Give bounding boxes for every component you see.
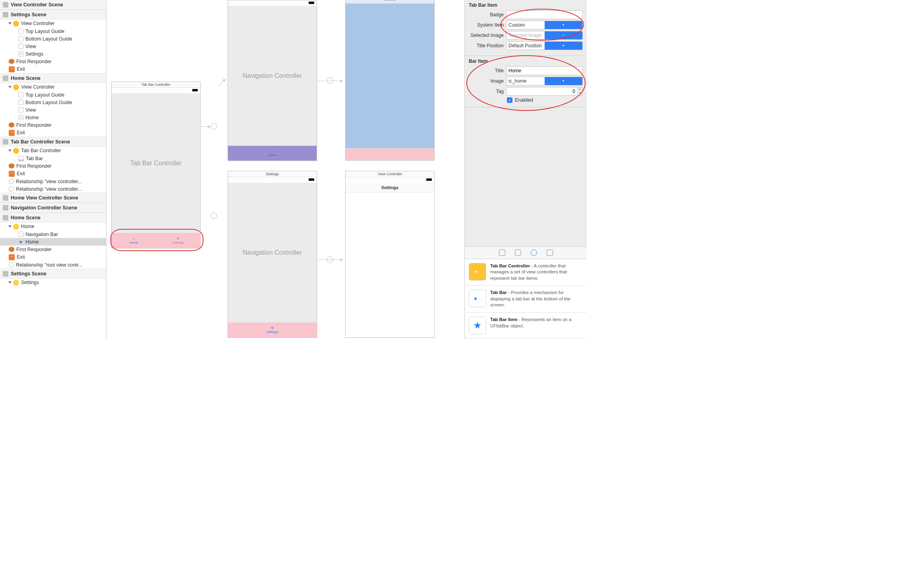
code-snippet-tab-icon[interactable] [515,250,521,256]
scene-navigation-controller[interactable]: Navigation Controller Scene [0,203,106,213]
scene-home-2[interactable]: Home Scene [0,213,106,223]
scene-phone-home-vc[interactable]: Home [345,0,435,161]
tab-home[interactable]: ⌂Home [228,146,317,161]
tab-settings[interactable]: ⚙Settings [156,233,201,248]
outline-view[interactable]: View [0,106,106,114]
media-library-tab-icon[interactable] [547,250,553,256]
star-icon: ★ [18,239,23,244]
enabled-checkbox[interactable]: ✓ [507,97,512,103]
outline-tab-bar-controller[interactable]: Tab Bar Controller [0,147,106,155]
row-label: Bottom Layout Guide [25,100,72,105]
scene-phone-nav2[interactable]: Settings Navigation Controller ⚙Settings [228,171,317,338]
document-outline[interactable]: View Controller Scene Settings Scene Vie… [0,0,106,339]
title-input[interactable] [506,66,583,75]
phone-center-label: Navigation Controller [228,6,317,145]
scene-phone-nav1[interactable]: Navigation Controller ⌂Home [228,0,317,161]
scene-phone-tabbar[interactable]: Tab Bar Controller Tab Bar Controller ⌂H… [111,81,201,248]
gear-icon: ⚙ [271,326,274,330]
library-tabs[interactable] [465,246,587,259]
outline-exit[interactable]: Exit [0,253,106,261]
phone-tabbar[interactable]: ⌂Home ⚙Settings [112,233,200,248]
outline-view-controller[interactable]: View Controller [0,83,106,91]
outline-settings-nav[interactable]: Settings [0,279,106,286]
outline-navigation-bar[interactable]: Navigation Bar [0,230,106,238]
tag-input[interactable] [506,87,578,96]
outline-first-responder[interactable]: First Responder [0,58,106,65]
inspector-section-baritem: Bar Item Title Image ic_home▾ Tag ▲▼ ✓ E… [465,56,587,107]
scene-tab-bar-controller[interactable]: Tab Bar Controller Scene [0,137,106,147]
outline-view[interactable]: View [0,43,106,50]
scene-settings[interactable]: Settings Scene [0,10,106,19]
disclosure-triangle-icon[interactable] [8,86,12,88]
view-icon [18,107,23,112]
segue-connector[interactable] [211,213,217,219]
layout-guide-icon [18,29,23,34]
segue-connector[interactable] [211,123,217,130]
outline-home-nav[interactable]: Home [0,223,106,230]
segue-icon [9,262,14,267]
outline-first-responder[interactable]: First Responder [0,162,106,170]
disclosure-triangle-icon[interactable] [8,225,12,228]
library-item-tab-bar[interactable]: ★ ··· Tab Bar - Provides a mechanism for… [465,286,587,313]
image-select[interactable]: ic_home▾ [506,77,583,85]
exit-icon [9,171,15,177]
outline-first-responder[interactable]: First Responder [0,121,106,129]
tab-home[interactable]: ⌂Home [112,233,156,248]
storyboard-canvas[interactable]: Tab Bar Controller Tab Bar Controller ⌂H… [106,0,464,339]
outline-home-item[interactable]: ‹Home [0,114,106,121]
outline-relationship[interactable]: Relationship "view controller... [0,185,106,193]
scene-settings-2[interactable]: Settings Scene [0,269,106,279]
scene-home[interactable]: Home Scene [0,73,106,83]
scene-label: Settings Scene [11,12,46,17]
outline-first-responder[interactable]: First Responder [0,246,106,253]
outline-relationship[interactable]: Relationship "root view contr... [0,261,106,269]
first-responder-icon [9,163,14,169]
row-label: View [25,44,36,49]
outline-settings-item[interactable]: ‹Settings [0,50,106,58]
scene-label: Navigation Controller Scene [11,205,77,211]
file-template-tab-icon[interactable] [499,250,505,256]
outline-view-controller[interactable]: View Controller [0,19,106,27]
scene-label: Home View Controller Scene [11,195,78,201]
tab-settings[interactable]: ⚙Settings [228,323,317,337]
row-label: Settings [21,280,39,285]
object-library[interactable]: ★··· Tab Bar Controller - A controller t… [465,259,587,339]
object-library-tab-icon[interactable] [531,250,537,256]
title-position-label: Title Position [469,43,504,48]
scene-icon [2,75,8,81]
system-item-select[interactable]: Custom▾ [506,21,583,29]
phone-tabbar[interactable]: ⚙Settings [228,322,317,337]
title-position-select[interactable]: Default Position▾ [506,41,583,50]
outline-bottom-layout[interactable]: Bottom Layout Guide [0,35,106,43]
outline-top-layout[interactable]: Top Layout Guide [0,91,106,99]
scene-view-controller[interactable]: View Controller Scene [0,0,106,10]
disclosure-triangle-icon[interactable] [8,281,12,284]
library-item-text: Tab Bar Controller - A controller that m… [490,263,583,282]
phone-center-label: Tab Bar Controller [112,93,200,233]
outline-exit[interactable]: Exit [0,170,106,178]
outline-exit[interactable]: Exit [0,65,106,73]
chevron-down-icon: ▾ [545,31,583,39]
nav-controller-icon [13,280,19,286]
library-item-tab-bar-item[interactable]: ★ Tab Bar Item - Represents an item on a… [465,313,587,339]
disclosure-triangle-icon[interactable] [8,22,12,25]
outline-home-tab-item[interactable]: ★Home [0,238,106,246]
disclosure-triangle-icon[interactable] [8,149,12,152]
outline-relationship[interactable]: Relationship "view controller... [0,178,106,185]
outline-exit[interactable]: Exit [0,129,106,137]
tag-stepper[interactable]: ▲▼ [577,87,583,96]
row-label: First Responder [16,247,52,252]
scene-phone-settings-vc[interactable]: View Controller Settings [345,171,435,338]
row-label: Relationship "view controller... [16,186,82,192]
library-item-tab-bar-controller[interactable]: ★··· Tab Bar Controller - A controller t… [465,259,587,286]
outline-tab-bar[interactable]: Tab Bar [0,155,106,162]
section-title: Bar Item [469,58,583,64]
outline-top-layout[interactable]: Top Layout Guide [0,27,106,35]
selected-image-select[interactable]: Selected Image▾ [506,31,583,40]
scene-home-vc[interactable]: Home View Controller Scene [0,193,106,203]
phone-navbar: Home [346,0,434,4]
system-item-label: System Item [469,22,504,28]
outline-bottom-layout[interactable]: Bottom Layout Guide [0,99,106,106]
phone-tabbar[interactable]: ⌂Home [228,145,317,161]
badge-input[interactable] [506,10,583,19]
